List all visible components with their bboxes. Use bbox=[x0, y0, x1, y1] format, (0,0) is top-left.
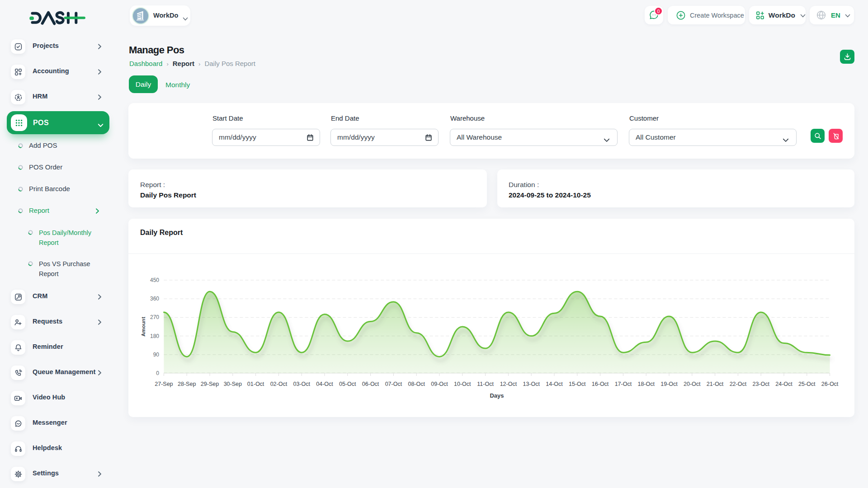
svg-text:Days: Days bbox=[490, 392, 504, 399]
svg-text:22-Oct: 22-Oct bbox=[730, 381, 747, 387]
svg-text:14-Oct: 14-Oct bbox=[546, 381, 563, 387]
svg-text:25-Oct: 25-Oct bbox=[798, 381, 816, 387]
svg-text:27-Sep: 27-Sep bbox=[155, 381, 173, 387]
svg-text:30-Sep: 30-Sep bbox=[224, 381, 242, 387]
svg-text:13-Oct: 13-Oct bbox=[523, 381, 540, 387]
svg-text:180: 180 bbox=[150, 333, 159, 339]
svg-text:18-Oct: 18-Oct bbox=[637, 381, 655, 387]
svg-text:01-Oct: 01-Oct bbox=[247, 381, 264, 387]
svg-text:05-Oct: 05-Oct bbox=[339, 381, 356, 387]
svg-text:15-Oct: 15-Oct bbox=[569, 381, 586, 387]
svg-text:21-Oct: 21-Oct bbox=[707, 381, 724, 387]
svg-text:06-Oct: 06-Oct bbox=[362, 381, 379, 387]
svg-text:07-Oct: 07-Oct bbox=[385, 381, 402, 387]
svg-text:08-Oct: 08-Oct bbox=[408, 381, 425, 387]
svg-text:90: 90 bbox=[153, 352, 160, 358]
svg-text:23-Oct: 23-Oct bbox=[752, 381, 769, 387]
svg-text:20-Oct: 20-Oct bbox=[684, 381, 701, 387]
svg-text:02-Oct: 02-Oct bbox=[270, 381, 288, 387]
svg-text:17-Oct: 17-Oct bbox=[615, 381, 632, 387]
svg-text:26-Oct: 26-Oct bbox=[821, 381, 839, 387]
svg-text:360: 360 bbox=[150, 296, 159, 302]
svg-text:Amount: Amount bbox=[141, 317, 146, 337]
svg-text:10-Oct: 10-Oct bbox=[454, 381, 471, 387]
svg-text:28-Sep: 28-Sep bbox=[178, 381, 196, 387]
svg-text:450: 450 bbox=[150, 277, 159, 283]
svg-text:24-Oct: 24-Oct bbox=[775, 381, 793, 387]
svg-text:03-Oct: 03-Oct bbox=[293, 381, 310, 387]
svg-text:04-Oct: 04-Oct bbox=[316, 381, 333, 387]
svg-text:19-Oct: 19-Oct bbox=[660, 381, 678, 387]
svg-text:12-Oct: 12-Oct bbox=[500, 381, 517, 387]
svg-text:270: 270 bbox=[150, 314, 159, 320]
svg-text:16-Oct: 16-Oct bbox=[592, 381, 609, 387]
svg-text:29-Sep: 29-Sep bbox=[201, 381, 219, 387]
svg-text:11-Oct: 11-Oct bbox=[477, 381, 494, 387]
svg-text:0: 0 bbox=[156, 370, 159, 376]
svg-text:09-Oct: 09-Oct bbox=[431, 381, 448, 387]
